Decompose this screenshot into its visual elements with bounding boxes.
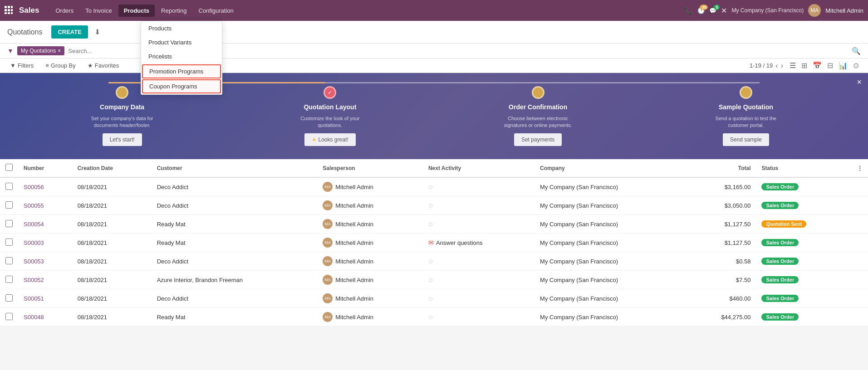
list-view-button[interactable]: ☰ [788,60,798,71]
table-row[interactable]: S00052 08/18/2021 Azure Interior, Brando… [0,271,868,289]
table-row[interactable]: S00054 08/18/2021 Ready Mat MA Mitchell … [0,215,868,234]
table-row[interactable]: S00003 08/18/2021 Ready Mat MA Mitchell … [0,234,868,252]
dropdown-item-products[interactable]: Products [141,21,222,35]
select-all-header[interactable] [0,159,18,177]
row-options[interactable] [852,289,868,308]
row-checkbox[interactable] [5,313,13,320]
col-company[interactable]: Company [535,159,687,177]
row-activity[interactable]: ○ [423,289,535,308]
dropdown-item-promotion[interactable]: Promotion Programs [142,64,221,78]
row-customer[interactable]: Deco Addict [152,177,318,196]
row-checkbox-cell[interactable] [0,271,18,289]
row-checkbox[interactable] [5,239,13,246]
row-options[interactable] [852,271,868,289]
col-number[interactable]: Number [18,159,72,177]
pivot-view-button[interactable]: ⊟ [825,60,835,71]
col-date[interactable]: Creation Date [72,159,152,177]
table-row[interactable]: S00056 08/18/2021 Deco Addict MA Mitchel… [0,177,868,196]
row-customer[interactable]: Deco Addict [152,196,318,215]
row-options[interactable] [852,215,868,234]
row-activity[interactable]: ○ [423,215,535,234]
prev-page-button[interactable]: ‹ [775,62,778,70]
clock-badge-wrap[interactable]: 🕐 30 [697,7,705,14]
row-number[interactable]: S00048 [18,308,72,326]
step-btn-2[interactable]: ★ Looks great! [304,133,355,146]
row-activity[interactable]: ○ [423,177,535,196]
kanban-view-button[interactable]: ⊞ [799,60,809,71]
next-page-button[interactable]: › [781,62,783,70]
row-customer[interactable]: Ready Mat [152,234,318,252]
avatar[interactable]: MA [808,4,821,17]
phone-icon[interactable]: 📞 [684,6,693,15]
row-number[interactable]: S00052 [18,271,72,289]
row-customer[interactable]: Deco Addict [152,289,318,308]
step-btn-4[interactable]: Send sample [723,133,769,146]
row-options[interactable] [852,308,868,326]
col-activity[interactable]: Next Activity [423,159,535,177]
filter-tag-close[interactable]: × [58,48,61,54]
row-checkbox-cell[interactable] [0,252,18,271]
dropdown-item-variants[interactable]: Product Variants [141,35,222,49]
nav-products[interactable]: Products [118,5,155,17]
banner-close-button[interactable]: × [857,78,862,87]
row-activity[interactable]: ✉ Answer questions [423,234,535,252]
step-btn-1[interactable]: Let's start! [103,133,142,146]
row-number[interactable]: S00051 [18,289,72,308]
row-number[interactable]: S00055 [18,196,72,215]
row-customer[interactable]: Azure Interior, Brandon Freeman [152,271,318,289]
table-row[interactable]: S00048 08/18/2021 Ready Mat MA Mitchell … [0,308,868,326]
row-checkbox-cell[interactable] [0,289,18,308]
table-row[interactable]: S00051 08/18/2021 Deco Addict MA Mitchel… [0,289,868,308]
row-customer[interactable]: Deco Addict [152,252,318,271]
col-customer[interactable]: Customer [152,159,318,177]
create-button[interactable]: CREATE [51,25,88,39]
row-checkbox[interactable] [5,220,13,227]
close-icon[interactable]: ✕ [721,6,727,15]
table-row[interactable]: S00053 08/18/2021 Deco Addict MA Mitchel… [0,252,868,271]
activity-view-button[interactable]: ⊙ [851,60,861,71]
row-checkbox[interactable] [5,257,13,264]
chat-badge-wrap[interactable]: 💬 5 [709,7,716,14]
row-checkbox-cell[interactable] [0,177,18,196]
dropdown-item-pricelists[interactable]: Pricelists [141,49,222,63]
row-customer[interactable]: Ready Mat [152,215,318,234]
row-activity[interactable]: ○ [423,308,535,326]
row-checkbox-cell[interactable] [0,215,18,234]
step-btn-3[interactable]: Set payments [514,133,562,146]
search-submit-icon[interactable]: 🔍 [852,47,861,55]
row-activity[interactable]: ○ [423,196,535,215]
nav-orders[interactable]: Orders [50,5,79,17]
grid-menu-icon[interactable] [5,6,13,15]
calendar-view-button[interactable]: 📅 [811,60,824,71]
download-button[interactable]: ⬇ [93,26,102,38]
row-number[interactable]: S00054 [18,215,72,234]
row-number[interactable]: S00003 [18,234,72,252]
row-checkbox-cell[interactable] [0,196,18,215]
row-number[interactable]: S00056 [18,177,72,196]
col-options[interactable]: ⋮ [852,159,868,177]
group-by-button[interactable]: ≡ Group By [43,60,78,71]
nav-reporting[interactable]: Reporting [156,5,192,17]
col-status[interactable]: Status [756,159,852,177]
filter-tag[interactable]: My Quotations × [17,46,64,55]
nav-to-invoice[interactable]: To Invoice [80,5,118,17]
row-customer[interactable]: Ready Mat [152,308,318,326]
row-checkbox[interactable] [5,294,13,302]
favorites-button[interactable]: ★ Favorites [85,60,122,71]
select-all-checkbox[interactable] [5,164,13,171]
row-number[interactable]: S00053 [18,252,72,271]
chart-view-button[interactable]: 📊 [837,60,849,71]
row-checkbox-cell[interactable] [0,308,18,326]
row-options[interactable] [852,177,868,196]
row-options[interactable] [852,196,868,215]
row-checkbox[interactable] [5,183,13,190]
table-row[interactable]: S00055 08/18/2021 Deco Addict MA Mitchel… [0,196,868,215]
row-options[interactable] [852,252,868,271]
row-checkbox[interactable] [5,201,13,209]
dropdown-item-coupon[interactable]: Coupon Programs [142,79,221,93]
row-options[interactable] [852,234,868,252]
row-activity[interactable]: ○ [423,271,535,289]
row-activity[interactable]: ○ [423,252,535,271]
nav-configuration[interactable]: Configuration [193,5,239,17]
row-checkbox-cell[interactable] [0,234,18,252]
